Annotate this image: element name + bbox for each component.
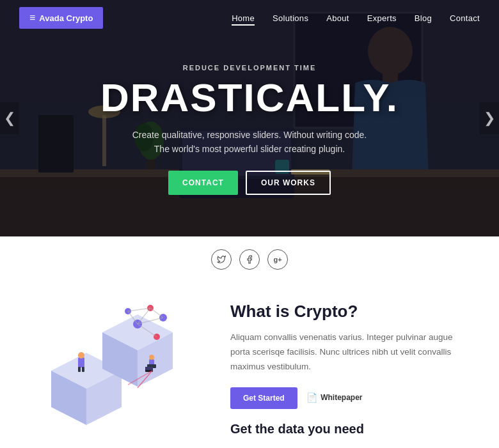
hero-title: DRASTICALLY. bbox=[0, 78, 499, 118]
svg-rect-38 bbox=[78, 367, 81, 372]
data-section: Get the data you need ✦ Maecenas hendrer… bbox=[230, 409, 461, 448]
nav-about[interactable]: About bbox=[326, 13, 349, 23]
nav-contact[interactable]: Contact bbox=[450, 13, 480, 23]
navbar: ≡ Avada Crypto Home Solutions About Expe… bbox=[0, 0, 499, 36]
googleplus-icon[interactable]: g+ bbox=[267, 249, 288, 270]
crypto-section-body: Aliquam convallis venenatis varius. Inte… bbox=[230, 330, 461, 375]
svg-point-41 bbox=[149, 355, 154, 360]
svg-line-32 bbox=[150, 308, 163, 318]
twitter-icon[interactable] bbox=[211, 249, 232, 270]
ourworks-button[interactable]: OUR WORKS bbox=[246, 171, 331, 195]
brand-logo[interactable]: ≡ Avada Crypto bbox=[19, 7, 103, 29]
brand-icon: ≡ bbox=[29, 12, 35, 24]
crypto-illustration bbox=[38, 302, 205, 436]
hero-subtitle: REDUCE DEVELOPMENT TIME bbox=[0, 64, 499, 72]
nav-solutions[interactable]: Solutions bbox=[273, 13, 308, 23]
slider-arrow-left[interactable]: ❮ bbox=[0, 102, 19, 134]
nav-links: Home Solutions About Experts Blog Contac… bbox=[232, 12, 480, 24]
nav-experts[interactable]: Experts bbox=[367, 13, 397, 23]
whitepaper-icon: 📄 bbox=[306, 392, 317, 403]
social-bar: g+ bbox=[0, 236, 499, 276]
slider-arrow-right[interactable]: ❯ bbox=[480, 102, 499, 134]
get-started-button[interactable]: Get Started bbox=[230, 387, 297, 409]
content-grid: What is Crypto? Aliquam convallis venena… bbox=[38, 302, 461, 448]
data-item-text-1: Maecenas hendrerit, eros sed portitor sa… bbox=[245, 445, 461, 448]
svg-rect-39 bbox=[82, 367, 84, 372]
what-is-crypto-content: What is Crypto? Aliquam convallis venena… bbox=[230, 302, 461, 448]
svg-rect-36 bbox=[78, 357, 84, 367]
contact-button[interactable]: CONTACT bbox=[168, 171, 238, 195]
hero-description: Create qualitative, responsive sliders. … bbox=[0, 128, 499, 157]
hero-buttons: CONTACT OUR WORKS bbox=[0, 171, 499, 195]
crypto-buttons: Get Started 📄 Whitepaper bbox=[230, 387, 461, 409]
crypto-section-title: What is Crypto? bbox=[230, 302, 461, 321]
svg-rect-44 bbox=[145, 367, 153, 370]
data-section-title: Get the data you need bbox=[230, 422, 461, 436]
whitepaper-button[interactable]: 📄 Whitepaper bbox=[306, 392, 362, 403]
main-section: What is Crypto? Aliquam convallis venena… bbox=[0, 276, 499, 448]
data-item-1: ✦ Maecenas hendrerit, eros sed portitor … bbox=[230, 445, 461, 448]
svg-point-37 bbox=[78, 352, 84, 359]
svg-line-35 bbox=[128, 308, 150, 311]
nav-blog[interactable]: Blog bbox=[415, 13, 432, 23]
facebook-icon[interactable] bbox=[239, 249, 260, 270]
nav-home[interactable]: Home bbox=[232, 13, 255, 26]
brand-label: Avada Crypto bbox=[39, 13, 93, 23]
